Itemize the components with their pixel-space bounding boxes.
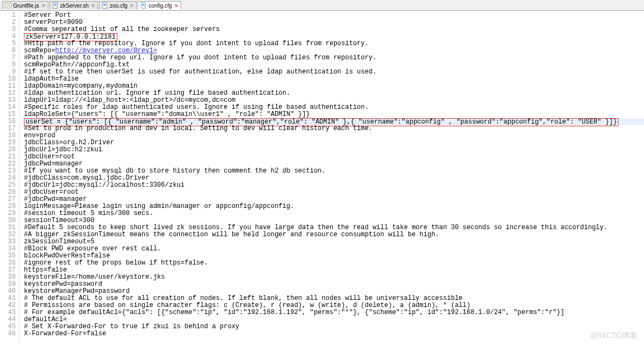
editor-tab-1[interactable]: zkServer.sh✕	[49, 1, 98, 9]
code-line[interactable]: jdbcUrl=jdbc:h2:zkui	[24, 146, 644, 153]
url-link[interactable]: http://myserver.com/@rev1=	[55, 47, 157, 54]
code-line[interactable]: jdbcUser=root	[24, 153, 644, 161]
svg-rect-8	[103, 5, 106, 5]
svg-rect-7	[103, 4, 106, 4]
code-line[interactable]: # For example defaultAcl={"acls": [{"sch…	[24, 309, 644, 316]
close-icon[interactable]: ✕	[174, 3, 178, 9]
svg-text:JS: JS	[6, 4, 10, 7]
editor-tab-2[interactable]: zoo.cfg✕	[99, 1, 137, 9]
svg-rect-4	[54, 5, 57, 5]
code-area[interactable]: #Server PortserverPort=9090#Comma sepera…	[20, 11, 644, 344]
line-number: 46	[0, 330, 16, 337]
editor-tab-0[interactable]: JSGruntfile.js✕	[2, 1, 48, 9]
code-line[interactable]: #A bigger zkSessionTimeout means the con…	[24, 231, 644, 238]
code-line[interactable]: #jdbcUser=root	[24, 189, 644, 196]
code-line[interactable]: X-Forwarded-For=false	[24, 330, 644, 337]
code-line[interactable]: #if set to true then userSet is used for…	[24, 69, 644, 76]
tab-label: zkServer.sh	[60, 3, 89, 9]
close-icon[interactable]: ✕	[41, 3, 46, 9]
editor-tab-3[interactable]: config.cfg✕	[138, 1, 181, 9]
code-line[interactable]: #ignore rest of the props below if https…	[24, 260, 644, 267]
code-line[interactable]: # Set X-Forwarded-For to true if zkui is…	[24, 323, 644, 330]
tab-label: zoo.cfg	[110, 3, 127, 9]
svg-rect-11	[142, 4, 145, 4]
line-gutter: 1234567891011121314151617181920212223242…	[0, 11, 20, 344]
svg-rect-13	[142, 5, 145, 6]
file-icon	[52, 2, 59, 9]
code-line[interactable]: keystoreFile=/home/user/keystore.jks	[24, 274, 644, 281]
svg-rect-9	[103, 5, 106, 6]
svg-rect-5	[54, 5, 57, 6]
close-icon[interactable]: ✕	[129, 3, 134, 9]
file-icon	[102, 2, 108, 9]
code-line[interactable]: ldapRoleSet={"users": [{ "username":"dom…	[24, 111, 644, 118]
watermark: @51CTO博客	[590, 331, 637, 341]
code-line[interactable]: env=prod	[24, 132, 644, 139]
svg-rect-12	[142, 5, 145, 5]
code-line[interactable]: #session timeout 5 mins/300 secs.	[24, 210, 644, 217]
code-line[interactable]: #Block PWD exposure over rest call.	[24, 245, 644, 253]
code-line[interactable]: jdbcClass=org.h2.Driver	[24, 139, 644, 146]
file-icon	[140, 2, 147, 9]
close-icon[interactable]: ✕	[91, 3, 95, 9]
code-line[interactable]: #Comma seperated list of all the zookeep…	[24, 26, 644, 33]
tab-label: config.cfg	[148, 3, 172, 9]
file-icon: JS	[5, 2, 11, 9]
code-editor[interactable]: 1234567891011121314151617181920212223242…	[0, 11, 644, 344]
svg-rect-3	[54, 4, 57, 4]
code-line[interactable]: #Server Port	[24, 12, 644, 19]
editor-tabbar: JSGruntfile.js✕zkServer.sh✕zoo.cfg✕confi…	[0, 0, 644, 11]
tab-label: Gruntfile.js	[13, 3, 39, 9]
code-line[interactable]: #jdbcUrl=jdbc:mysql://localhost:3306/zku…	[24, 182, 644, 189]
